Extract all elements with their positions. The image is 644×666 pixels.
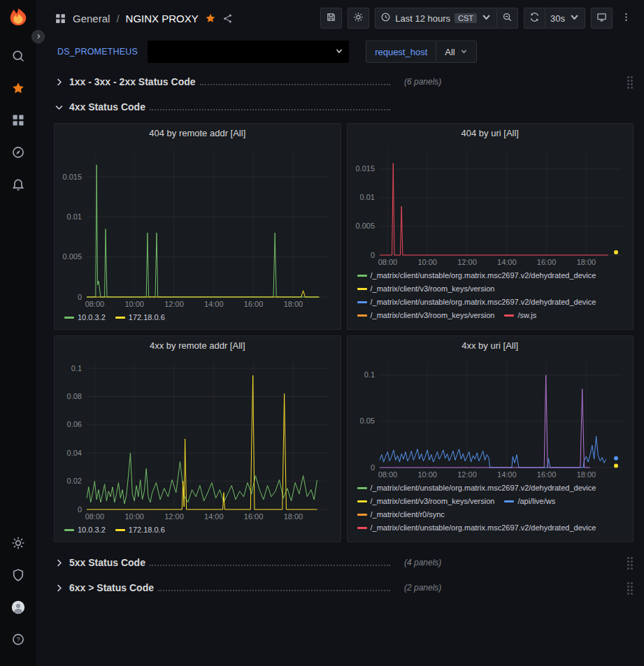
legend-item[interactable]: /sw.js	[504, 309, 536, 322]
refresh-interval-picker[interactable]: 30s	[545, 8, 585, 29]
dashboard-grid-icon	[55, 13, 66, 24]
timeseries-chart[interactable]: 08:0010:0012:0014:0016:0018:0000.0050.01…	[59, 143, 336, 310]
chevron-down-icon	[481, 12, 492, 24]
clock-icon	[380, 12, 391, 24]
shield-icon	[11, 568, 25, 584]
magnifier-minus-icon	[502, 12, 513, 24]
more-options-button[interactable]	[618, 12, 634, 24]
sidebar-item-alerting[interactable]	[0, 169, 36, 201]
timeseries-chart[interactable]: 08:0010:0012:0014:0016:0018:0000.020.040…	[59, 356, 336, 522]
bell-icon	[11, 178, 25, 194]
sidebar-item-help[interactable]: ?	[0, 624, 36, 656]
chevron-right-icon	[54, 583, 64, 593]
page-title[interactable]: NGINX PROXY	[126, 13, 199, 24]
legend-item[interactable]: 10.0.3.2	[64, 523, 106, 537]
svg-text:0.1: 0.1	[71, 364, 82, 372]
svg-text:0.05: 0.05	[359, 417, 374, 425]
zoom-out-button[interactable]	[496, 8, 518, 29]
user-avatar	[11, 600, 25, 616]
request-host-label[interactable]: request_host	[366, 41, 436, 63]
legend-label: /_matrix/client/r0/sync	[371, 508, 445, 521]
panel-title[interactable]: 404 by remote addr [All]	[55, 124, 341, 143]
svg-text:0.02: 0.02	[67, 477, 82, 485]
time-range-picker[interactable]: Last 12 hours CST	[375, 8, 497, 29]
panel-title[interactable]: 4xx by remote addr [All]	[55, 336, 341, 356]
variable-ds-label[interactable]: DS_PROMETHEUS	[55, 43, 141, 61]
legend-item[interactable]: /api/live/ws	[504, 495, 555, 508]
save-dashboard-button[interactable]	[320, 8, 342, 29]
row-header-5xx[interactable]: 5xx Status Code (4 panels)	[54, 552, 634, 573]
tv-mode-button[interactable]	[591, 8, 613, 29]
panel-title[interactable]: 4xx by uri [All]	[348, 336, 634, 356]
sidebar-item-configuration[interactable]	[0, 528, 36, 560]
sidebar-item-profile[interactable]	[0, 592, 36, 624]
svg-text:10:00: 10:00	[124, 512, 144, 521]
grafana-logo[interactable]	[8, 7, 29, 28]
legend-item[interactable]: 10.0.3.2	[64, 311, 106, 324]
row-header-6xx[interactable]: 6xx > Status Code (2 panels)	[54, 577, 634, 598]
legend-label: /_matrix/client/unstable/org.matrix.msc2…	[371, 269, 596, 282]
legend-item[interactable]: /_matrix/client/r0/sync	[357, 508, 445, 521]
legend-label: 172.18.0.6	[129, 523, 165, 537]
datasource-select[interactable]	[148, 41, 349, 63]
refresh-button[interactable]	[524, 8, 545, 29]
legend-item[interactable]: /_matrix/client/v3/room_keys/version	[357, 495, 495, 508]
row-drag-handle[interactable]	[627, 76, 629, 78]
panel-title[interactable]: 404 by uri [All]	[348, 124, 634, 143]
share-icon[interactable]	[222, 13, 233, 24]
row-drag-handle[interactable]	[627, 582, 629, 584]
sidebar-expand-button[interactable]	[31, 30, 45, 43]
legend-item[interactable]: /_matrix/client/unstable/org.matrix.msc2…	[357, 269, 596, 282]
legend-label: /_matrix/client/v3/room_keys/version	[371, 282, 495, 296]
svg-text:10:00: 10:00	[417, 470, 437, 479]
row-header-1xx-3xx-2xx[interactable]: 1xx - 3xx - 2xx Status Code (6 panels)	[54, 71, 634, 92]
top-bar: General / NGINX PROXY Last 12 hours C	[36, 0, 644, 36]
row-panel-count: (4 panels)	[404, 558, 441, 567]
svg-text:18:00: 18:00	[576, 258, 596, 266]
sidebar-item-dashboards[interactable]	[0, 105, 36, 137]
legend-item[interactable]: 172.18.0.6	[115, 523, 165, 537]
legend-item[interactable]: /_matrix/client/unstable/org.matrix.msc2…	[357, 482, 596, 495]
request-host-value-select[interactable]: All	[436, 41, 476, 63]
kebab-menu-icon	[621, 14, 631, 24]
row-title: 6xx > Status Code	[69, 582, 154, 593]
svg-text:16:00: 16:00	[536, 258, 556, 266]
legend-swatch	[504, 500, 514, 502]
timeseries-chart[interactable]: 08:0010:0012:0014:0016:0018:0000.0050.01…	[352, 143, 629, 268]
legend-item[interactable]: /_matrix/client/unstable/org.matrix.msc2…	[357, 521, 596, 535]
breadcrumb-section[interactable]: General	[73, 13, 110, 24]
sidebar-item-search[interactable]	[0, 41, 36, 73]
legend-item[interactable]: /_matrix/client/v3/room_keys/version	[357, 309, 495, 322]
chart-legend: /_matrix/client/unstable/org.matrix.msc2…	[352, 480, 629, 539]
request-host-variable: request_host All	[366, 41, 477, 63]
row-drag-handle[interactable]	[627, 557, 629, 559]
legend-item[interactable]: /_matrix/client/unstable/org.matrix.msc2…	[357, 296, 596, 309]
legend-item[interactable]: 172.18.0.6	[115, 311, 165, 324]
svg-text:0.005: 0.005	[355, 222, 375, 230]
legend-item[interactable]: /_matrix/client/v3/room_keys/version	[357, 282, 495, 296]
row-leader-dots	[150, 103, 390, 110]
help-icon: ?	[11, 632, 25, 649]
chevron-down-icon	[569, 12, 580, 24]
svg-text:10:00: 10:00	[124, 300, 144, 308]
row-header-4xx[interactable]: 4xx Status Code	[54, 96, 634, 117]
sidebar-item-starred[interactable]	[0, 73, 36, 105]
timeseries-chart[interactable]: 08:0010:0012:0014:0016:0018:0000.050.1	[352, 356, 629, 480]
dashboard-settings-button[interactable]	[348, 8, 369, 29]
panel-4xx-by-uri: 4xx by uri [All] 08:0010:0012:0014:0016:…	[347, 335, 634, 542]
gear-icon	[353, 12, 364, 24]
favorite-star-icon[interactable]	[205, 13, 216, 24]
star-icon	[11, 81, 25, 97]
legend-swatch	[504, 314, 514, 317]
time-range-label: Last 12 hours	[395, 13, 450, 24]
legend-swatch	[357, 527, 367, 529]
legend-swatch	[357, 514, 367, 516]
panel-404-by-uri: 404 by uri [All] 08:0010:0012:0014:0016:…	[347, 123, 634, 330]
svg-text:0.08: 0.08	[67, 392, 82, 400]
legend-label: 10.0.3.2	[78, 311, 106, 324]
legend-swatch	[357, 487, 367, 489]
chevron-down-icon	[54, 102, 64, 113]
sidebar-item-server-admin[interactable]	[0, 560, 36, 592]
legend-swatch	[357, 500, 367, 502]
sidebar-item-explore[interactable]	[0, 137, 36, 169]
